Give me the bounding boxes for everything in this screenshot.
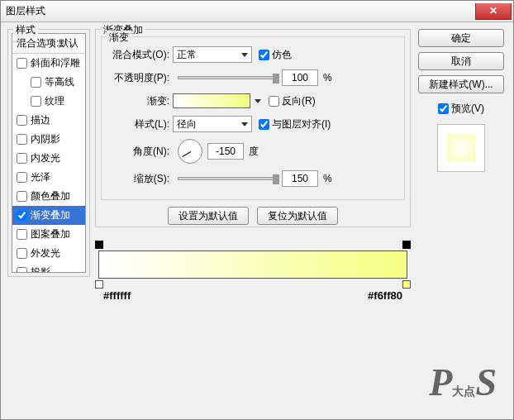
angle-label: 角度(N): bbox=[108, 145, 173, 159]
gradient-swatch[interactable] bbox=[173, 93, 250, 108]
opacity-slider[interactable] bbox=[178, 76, 277, 79]
style-item-checkbox[interactable] bbox=[17, 115, 27, 126]
styles-list: 混合选项:默认 斜面和浮雕等高线纹理描边内阴影内发光光泽颜色叠加渐变叠加图案叠加… bbox=[12, 33, 86, 273]
style-item-11[interactable]: 投影 bbox=[12, 263, 85, 273]
style-item-checkbox[interactable] bbox=[17, 153, 27, 164]
new-style-button[interactable]: 新建样式(W)... bbox=[418, 75, 504, 93]
style-item-label: 等高线 bbox=[45, 75, 74, 89]
style-item-1[interactable]: 等高线 bbox=[12, 73, 85, 92]
dither-checkbox[interactable]: 仿色 bbox=[259, 48, 292, 62]
scale-slider[interactable] bbox=[178, 177, 277, 180]
color-stop-right[interactable] bbox=[402, 280, 411, 289]
style-item-checkbox[interactable] bbox=[31, 77, 41, 88]
style-item-label: 光泽 bbox=[31, 170, 50, 184]
style-item-checkbox[interactable] bbox=[17, 191, 27, 202]
style-item-label: 内阴影 bbox=[31, 132, 60, 146]
style-item-label: 斜面和浮雕 bbox=[31, 56, 80, 70]
style-item-checkbox[interactable] bbox=[31, 96, 41, 107]
angle-dial[interactable] bbox=[178, 139, 202, 164]
gradient-label: 渐变: bbox=[108, 94, 173, 108]
style-item-2[interactable]: 纹理 bbox=[12, 92, 85, 111]
style-item-checkbox[interactable] bbox=[17, 248, 27, 259]
style-item-label: 纹理 bbox=[45, 94, 64, 108]
reset-default-button[interactable]: 复位为默认值 bbox=[257, 207, 338, 225]
opacity-unit: % bbox=[323, 72, 332, 84]
style-select[interactable]: 径向 bbox=[173, 116, 252, 132]
style-item-3[interactable]: 描边 bbox=[12, 111, 85, 130]
layer-style-dialog: 图层样式 ✕ 样式 混合选项:默认 斜面和浮雕等高线纹理描边内阴影内发光光泽颜色… bbox=[0, 0, 514, 420]
style-item-4[interactable]: 内阴影 bbox=[12, 130, 85, 149]
style-item-label: 图案叠加 bbox=[31, 227, 70, 241]
opacity-label: 不透明度(P): bbox=[108, 71, 173, 85]
close-icon: ✕ bbox=[489, 5, 497, 17]
ok-button[interactable]: 确定 bbox=[418, 29, 504, 47]
style-item-checkbox[interactable] bbox=[17, 229, 27, 240]
angle-input[interactable] bbox=[207, 143, 244, 160]
style-item-label: 描边 bbox=[31, 113, 50, 127]
align-checkbox[interactable]: 与图层对齐(I) bbox=[259, 117, 331, 131]
center-panel: 渐变叠加 渐变 混合模式(O): 正常 仿色 不透明度(P): bbox=[95, 29, 411, 413]
titlebar[interactable]: 图层样式 ✕ bbox=[1, 1, 513, 22]
opacity-input[interactable] bbox=[282, 69, 318, 86]
style-item-label: 投影 bbox=[31, 265, 50, 273]
style-item-checkbox[interactable] bbox=[17, 210, 27, 221]
right-panel: 确定 取消 新建样式(W)... 预览(V) bbox=[416, 29, 507, 413]
gradient-editor: #ffffff #f6ff80 bbox=[95, 241, 411, 298]
angle-unit: 度 bbox=[249, 145, 259, 159]
style-item-label: 外发光 bbox=[31, 246, 60, 260]
style-item-7[interactable]: 颜色叠加 bbox=[12, 187, 85, 206]
reverse-checkbox[interactable]: 反向(R) bbox=[269, 94, 316, 108]
preview-swatch bbox=[447, 134, 475, 162]
gradient-group-heading: 渐变 bbox=[107, 31, 131, 45]
close-button[interactable]: ✕ bbox=[475, 3, 512, 20]
style-item-6[interactable]: 光泽 bbox=[12, 168, 85, 187]
preview-checkbox[interactable]: 预览(V) bbox=[438, 102, 484, 116]
style-item-8[interactable]: 渐变叠加 bbox=[12, 206, 85, 225]
style-item-0[interactable]: 斜面和浮雕 bbox=[12, 54, 85, 73]
scale-label: 缩放(S): bbox=[108, 172, 173, 186]
style-label: 样式(L): bbox=[108, 117, 173, 131]
scale-input[interactable] bbox=[282, 170, 318, 187]
window-title: 图层样式 bbox=[6, 4, 45, 18]
set-default-button[interactable]: 设置为默认值 bbox=[168, 207, 249, 225]
color-stop-right-label: #f6ff80 bbox=[368, 289, 402, 302]
color-stop-left-label: #ffffff bbox=[103, 289, 131, 302]
opacity-stop-left[interactable] bbox=[95, 241, 103, 249]
style-item-label: 渐变叠加 bbox=[31, 208, 70, 222]
opacity-stop-right[interactable] bbox=[402, 241, 411, 249]
style-item-5[interactable]: 内发光 bbox=[12, 149, 85, 168]
style-item-checkbox[interactable] bbox=[17, 134, 27, 145]
style-item-label: 内发光 bbox=[31, 151, 60, 165]
style-item-checkbox[interactable] bbox=[17, 267, 27, 273]
cancel-button[interactable]: 取消 bbox=[418, 52, 504, 70]
style-item-label: 颜色叠加 bbox=[31, 189, 70, 203]
style-item-10[interactable]: 外发光 bbox=[12, 244, 85, 263]
color-stop-left[interactable] bbox=[95, 280, 103, 289]
style-item-checkbox[interactable] bbox=[17, 172, 27, 183]
gradient-bar[interactable] bbox=[98, 251, 407, 279]
blend-mode-select[interactable]: 正常 bbox=[173, 46, 252, 63]
preview-box bbox=[437, 124, 485, 172]
styles-heading: 样式 bbox=[13, 23, 38, 37]
scale-unit: % bbox=[323, 173, 332, 184]
styles-panel: 样式 混合选项:默认 斜面和浮雕等高线纹理描边内阴影内发光光泽颜色叠加渐变叠加图… bbox=[7, 29, 90, 413]
blend-mode-label: 混合模式(O): bbox=[108, 48, 173, 62]
style-item-9[interactable]: 图案叠加 bbox=[12, 225, 85, 244]
style-item-checkbox[interactable] bbox=[17, 58, 27, 69]
